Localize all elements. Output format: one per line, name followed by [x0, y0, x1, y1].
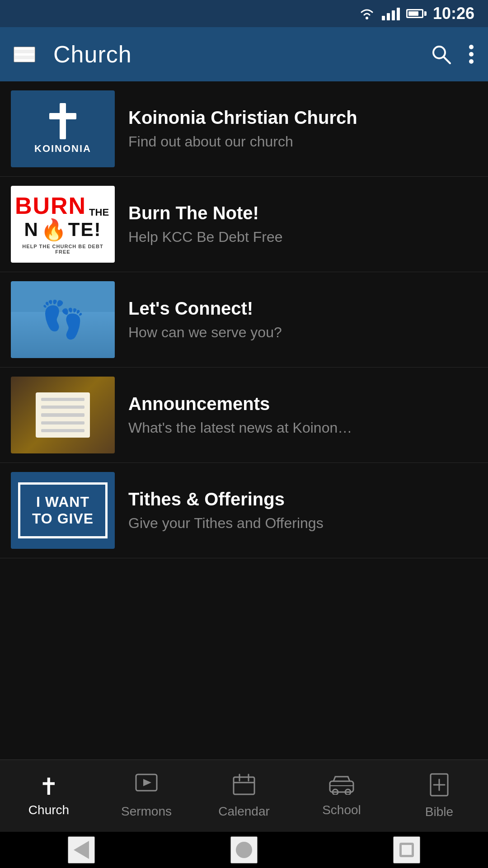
- feet-icon: 👣: [40, 298, 85, 341]
- item-subtitle: Give your Tithes and Offerings: [128, 515, 477, 532]
- notebook-line: [41, 406, 84, 409]
- hamburger-icon: [14, 59, 34, 61]
- play-icon: [135, 774, 158, 796]
- status-icons: 10:26: [358, 4, 474, 23]
- item-title: Burn The Note!: [128, 203, 477, 223]
- hamburger-icon: [14, 47, 34, 50]
- calendar-svg: [233, 774, 255, 796]
- item-text: Tithes & Offerings Give your Tithes and …: [128, 489, 477, 532]
- search-icon: [430, 43, 452, 65]
- svg-rect-8: [234, 777, 254, 794]
- nav-label-sermons: Sermons: [121, 804, 172, 819]
- signal-icon: [382, 7, 400, 20]
- nav-item-bible[interactable]: Bible: [390, 760, 488, 832]
- battery-icon: [406, 9, 427, 18]
- notebook-line: [41, 429, 84, 432]
- more-options-button[interactable]: [468, 43, 474, 65]
- nav-item-church[interactable]: ✝ Church: [0, 760, 98, 832]
- svg-point-4: [469, 52, 474, 57]
- notebook-graphic: [11, 377, 115, 453]
- app-bar: Church: [0, 27, 488, 81]
- bible-icon: [429, 773, 450, 800]
- koinonia-thumbnail: KOINONIA: [11, 90, 115, 167]
- nav-item-sermons[interactable]: Sermons: [98, 760, 195, 832]
- calendar-icon: [233, 774, 255, 800]
- cross-icon: [49, 103, 76, 139]
- svg-point-5: [469, 59, 474, 64]
- list-item[interactable]: 👣 Let's Connect! How can we serve you?: [0, 272, 488, 368]
- burn-text: BURN: [15, 194, 86, 217]
- give-box: I WANT TO GIVE: [18, 482, 108, 538]
- status-time: 10:26: [433, 4, 474, 23]
- page-title: Church: [53, 41, 412, 68]
- list-item[interactable]: I WANT TO GIVE Tithes & Offerings Give y…: [0, 463, 488, 558]
- notebook-lines: [36, 392, 90, 438]
- search-button[interactable]: [430, 43, 452, 65]
- car-icon: [329, 775, 354, 795]
- svg-point-3: [469, 45, 474, 49]
- item-text: Let's Connect! How can we serve you?: [128, 298, 477, 341]
- home-button[interactable]: [230, 836, 258, 863]
- recents-button[interactable]: [393, 836, 420, 863]
- school-icon: [329, 775, 354, 798]
- nav-label-school: School: [322, 803, 361, 817]
- connect-thumbnail: 👣: [11, 281, 115, 358]
- system-nav-bar: [0, 832, 488, 868]
- more-vert-icon: [468, 43, 474, 65]
- item-text: Announcements What's the latest news at …: [128, 394, 477, 436]
- list-item[interactable]: BURN THE N 🔥 TE! HELP THE CHURCH BE DEBT…: [0, 177, 488, 272]
- burn-subtitle: HELP THE CHURCH BE DEBT FREE: [15, 244, 110, 255]
- recents-icon: [399, 843, 414, 857]
- item-title: Tithes & Offerings: [128, 489, 477, 509]
- nav-item-calendar[interactable]: Calendar: [195, 760, 293, 832]
- notebook-line: [41, 413, 84, 416]
- back-icon: [74, 841, 89, 859]
- item-title: Announcements: [128, 394, 477, 414]
- bible-svg: [429, 773, 450, 797]
- notebook-line: [41, 398, 84, 401]
- item-subtitle: Find out about our church: [128, 133, 477, 150]
- notebook-line: [41, 421, 84, 425]
- item-text: Burn The Note! Help KCC Be Debt Free: [128, 203, 477, 245]
- list-item[interactable]: Announcements What's the latest news at …: [0, 368, 488, 463]
- content-list: KOINONIA Koinonia Christian Church Find …: [0, 81, 488, 558]
- nav-label-church: Church: [28, 803, 69, 817]
- item-text: Koinonia Christian Church Find out about…: [128, 108, 477, 150]
- item-title: Koinonia Christian Church: [128, 108, 477, 128]
- note-row: N 🔥 TE!: [24, 217, 102, 242]
- nav-label-calendar: Calendar: [218, 804, 270, 819]
- svg-marker-7: [143, 779, 151, 786]
- hamburger-icon: [14, 53, 34, 56]
- wifi-icon: [358, 7, 375, 20]
- sermons-icon: [135, 774, 158, 800]
- item-title: Let's Connect!: [128, 298, 477, 319]
- menu-button[interactable]: [14, 47, 35, 62]
- note-text: N: [24, 220, 39, 239]
- svg-point-0: [366, 17, 368, 19]
- item-subtitle: Help KCC Be Debt Free: [128, 229, 477, 245]
- status-bar: 10:26: [0, 0, 488, 27]
- give-line2: TO GIVE: [32, 510, 94, 527]
- bottom-nav: ✝ Church Sermons Calendar: [0, 760, 488, 832]
- home-icon: [236, 842, 252, 858]
- back-button[interactable]: [68, 836, 95, 863]
- church-icon: ✝: [39, 775, 59, 798]
- burn-note-thumbnail: BURN THE N 🔥 TE! HELP THE CHURCH BE DEBT…: [11, 186, 115, 263]
- app-bar-actions: [430, 43, 474, 65]
- item-subtitle: What's the latest news at Koinon…: [128, 420, 477, 436]
- svg-line-2: [444, 57, 450, 63]
- item-subtitle: How can we serve you?: [128, 324, 477, 341]
- koinonia-label: KOINONIA: [34, 143, 91, 155]
- burn-note-graphic: BURN THE N 🔥 TE! HELP THE CHURCH BE DEBT…: [11, 186, 115, 263]
- the-text: THE: [89, 208, 109, 217]
- nav-item-school[interactable]: School: [293, 760, 390, 832]
- nav-label-bible: Bible: [425, 805, 453, 819]
- list-item[interactable]: KOINONIA Koinonia Christian Church Find …: [0, 81, 488, 177]
- note-exclaim: TE!: [68, 220, 102, 239]
- announcements-thumbnail: [11, 377, 115, 453]
- tithes-thumbnail: I WANT TO GIVE: [11, 472, 115, 549]
- give-line1: I WANT: [32, 494, 94, 510]
